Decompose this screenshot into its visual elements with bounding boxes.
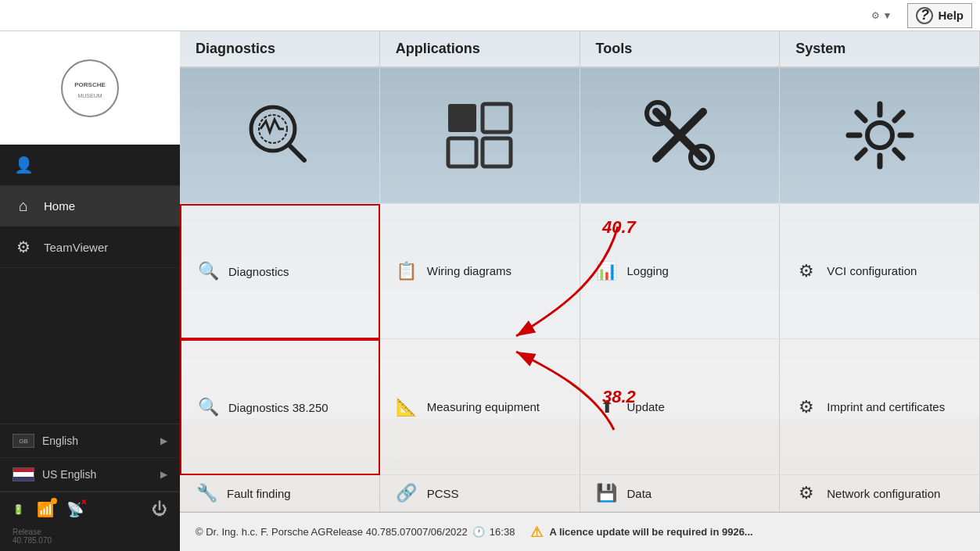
svg-line-5 <box>289 145 304 160</box>
svg-point-14 <box>867 123 892 148</box>
toolbar-icon: ⚙ <box>871 10 880 21</box>
lang-us-english-label: US English <box>42 468 96 481</box>
pcss-label: PCSS <box>427 487 459 500</box>
teamviewer-icon: ⚙ <box>13 238 34 256</box>
signal-x-badge: ✕ <box>81 498 87 506</box>
update-icon: ⬆ <box>596 397 618 417</box>
menu-update[interactable]: ⬆ Update <box>580 339 781 475</box>
svg-point-0 <box>62 60 118 116</box>
col-header-diagnostics: Diagnostics <box>180 31 380 68</box>
menu-data[interactable]: 💾 Data <box>580 475 781 512</box>
release-text: Release 40.785.070 <box>325 526 416 538</box>
svg-text:PORSCHE: PORSCHE <box>74 81 106 88</box>
signal-icon: 📡 ✕ <box>66 501 84 518</box>
svg-rect-8 <box>448 138 476 166</box>
pcss-icon: 🔗 <box>396 483 418 503</box>
diagnostics-main-icon: 🔍 <box>197 261 219 281</box>
copyright-text: © Dr. Ing. h.c. F. Porsche AG <box>196 526 325 538</box>
update-label: Update <box>627 400 665 413</box>
wifi-icon: 📶 <box>37 501 54 518</box>
svg-rect-9 <box>483 138 511 166</box>
time-text: 16:38 <box>490 526 515 538</box>
clock-icon: 🕐 <box>472 526 485 538</box>
menu-logging[interactable]: 📊 Logging <box>580 204 781 340</box>
sidebar-release: Release 40.785.070 <box>0 526 180 551</box>
sidebar-lang-english[interactable]: GB English ▶ <box>0 424 180 458</box>
svg-line-22 <box>857 150 865 158</box>
porsche-logo: PORSCHE MUSEUM <box>59 57 121 120</box>
date-time: 07/06/2022 🕐 16:38 <box>417 526 515 538</box>
vci-label: VCI configuration <box>827 264 917 277</box>
vci-icon: ⚙ <box>795 261 817 281</box>
menu-network-configuration[interactable]: ⚙ Network configuration <box>780 475 980 512</box>
power-button[interactable]: ⏻ <box>152 500 167 518</box>
diagnostics-38-label: Diagnostics 38.250 <box>228 401 328 414</box>
logging-icon: 📊 <box>596 261 618 281</box>
date-text: 07/06/2022 <box>417 526 468 538</box>
diagnostics-38-icon: 🔍 <box>197 397 219 417</box>
menu-vci-configuration[interactable]: ⚙ VCI configuration <box>780 204 980 340</box>
main-grid: Diagnostics Applications Tools System <box>180 31 980 512</box>
diagnostics-icon-cell[interactable] <box>180 68 380 204</box>
toolbar-options: ▼ <box>883 10 892 21</box>
fault-finding-icon: 🔧 <box>196 483 217 503</box>
sidebar-lang: GB English ▶ US US English ▶ <box>0 424 180 492</box>
logging-label: Logging <box>627 264 669 277</box>
col-header-system: System <box>780 31 980 68</box>
menu-imprint-certificates[interactable]: ⚙ Imprint and certificates <box>780 339 980 475</box>
menu-fault-finding[interactable]: 🔧 Fault finding <box>180 475 380 512</box>
network-icon: ⚙ <box>795 483 817 503</box>
menu-diagnostics-main[interactable]: 🔍 Diagnostics <box>180 204 380 340</box>
system-icon-cell[interactable] <box>780 68 980 204</box>
system-big-icon <box>841 96 919 174</box>
help-label: Help <box>938 9 964 22</box>
bottom-bar: © Dr. Ing. h.c. F. Porsche AG Release 40… <box>180 512 980 551</box>
sidebar-logo: PORSCHE MUSEUM <box>0 31 180 145</box>
diagnostics-main-label: Diagnostics <box>228 265 289 278</box>
fault-finding-label: Fault finding <box>227 487 291 500</box>
flag-us: US <box>13 467 34 481</box>
tools-big-icon <box>641 96 719 174</box>
help-button[interactable]: ? Help <box>907 3 972 28</box>
applications-big-icon <box>444 100 515 170</box>
col-header-tools: Tools <box>580 31 781 68</box>
lang-english-label: English <box>42 435 78 447</box>
data-label: Data <box>627 487 652 500</box>
menu-wiring-diagrams[interactable]: 📋 Wiring diagrams <box>380 204 580 340</box>
user-icon: 👤 <box>13 156 34 174</box>
network-label: Network configuration <box>827 487 940 500</box>
sidebar-home-label: Home <box>44 199 75 213</box>
measuring-label: Measuring equipment <box>427 400 540 413</box>
flag-gb: GB <box>13 434 34 448</box>
sidebar-bottom: 🔋 📶 📡 ✕ ⏻ <box>0 492 180 526</box>
sidebar-item-teamviewer[interactable]: ⚙ TeamViewer <box>0 227 180 268</box>
wifi-alert-badge <box>51 498 57 504</box>
svg-line-21 <box>895 113 903 120</box>
svg-text:MUSEUM: MUSEUM <box>77 93 102 98</box>
menu-diagnostics-38[interactable]: 🔍 Diagnostics 38.250 <box>180 339 380 475</box>
chevron-right-icon2: ▶ <box>160 469 167 480</box>
tools-icon-cell[interactable] <box>580 68 781 204</box>
data-icon: 💾 <box>596 483 618 503</box>
menu-measuring-equipment[interactable]: 📐 Measuring equipment <box>380 339 580 475</box>
sidebar-item-home[interactable]: ⌂ Home <box>0 186 180 227</box>
warning-icon: ⚠ <box>530 524 543 541</box>
content-area: Diagnostics Applications Tools System <box>180 31 980 551</box>
diagnostics-big-icon <box>240 96 318 174</box>
sidebar: PORSCHE MUSEUM 👤 ⌂ Home ⚙ TeamViewer GB … <box>0 31 180 551</box>
svg-rect-6 <box>448 104 476 132</box>
menu-pcss[interactable]: 🔗 PCSS <box>380 475 580 512</box>
imprint-label: Imprint and certificates <box>827 400 945 413</box>
sidebar-lang-us-english[interactable]: US US English ▶ <box>0 458 180 492</box>
wiring-diagrams-icon: 📋 <box>396 261 418 281</box>
warning-text: A licence update will be required in 992… <box>549 526 752 538</box>
applications-icon-cell[interactable] <box>380 68 580 204</box>
home-icon: ⌂ <box>13 197 34 215</box>
sidebar-teamviewer-label: TeamViewer <box>44 241 108 254</box>
top-bar: ⚙ ▼ ? Help <box>0 0 980 31</box>
imprint-icon: ⚙ <box>795 397 817 417</box>
wiring-diagrams-label: Wiring diagrams <box>427 264 512 277</box>
battery-icon: 🔋 <box>13 504 24 515</box>
sidebar-nav: 👤 ⌂ Home ⚙ TeamViewer <box>0 145 180 424</box>
svg-line-20 <box>895 150 903 158</box>
